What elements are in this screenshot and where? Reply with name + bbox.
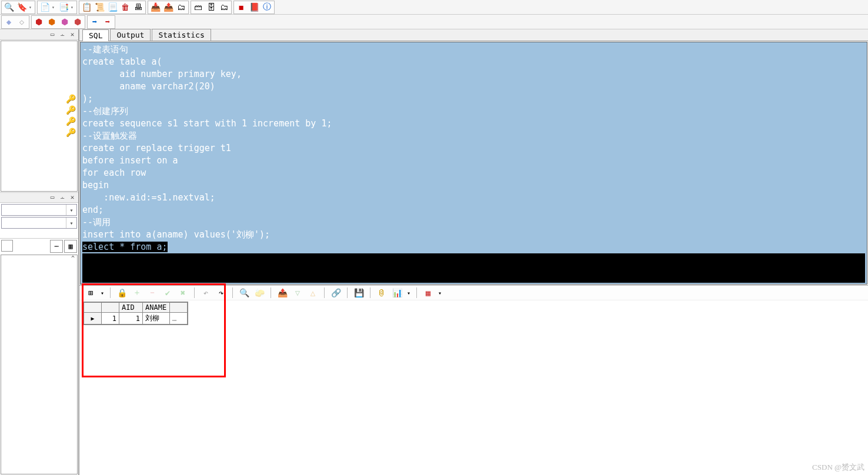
chart-icon[interactable]: 📊 bbox=[390, 287, 403, 299]
link-icon[interactable]: 🔗 bbox=[329, 287, 342, 299]
tab-output[interactable]: Output bbox=[110, 29, 151, 41]
save-icon[interactable]: 💾 bbox=[352, 287, 365, 299]
sql-last-selected: select * from a; bbox=[82, 242, 168, 252]
toolbar-group-2b: ⬢ ⬢ ⬢ ⬢ bbox=[31, 15, 85, 29]
undo-icon[interactable]: ↶ bbox=[199, 287, 212, 299]
key-icon[interactable]: 🔑 bbox=[66, 116, 76, 126]
compare-icon[interactable]: 🗂 bbox=[175, 2, 187, 13]
grid-button[interactable]: ▦ bbox=[64, 240, 77, 253]
pink-cube-icon[interactable]: ⬢ bbox=[59, 16, 71, 28]
redo-icon[interactable]: ↷ bbox=[215, 287, 228, 299]
bookmark-icon[interactable]: 🔖 bbox=[16, 2, 28, 13]
row-selector-header[interactable] bbox=[84, 303, 102, 313]
dropdown-icon[interactable]: ▾ bbox=[406, 287, 412, 299]
sql-editor[interactable]: --建表语句 create table a( aid number primar… bbox=[81, 42, 867, 284]
import-icon[interactable]: 📥 bbox=[149, 2, 161, 13]
dropdown-icon[interactable]: ▾ bbox=[71, 5, 75, 10]
red-cube-icon[interactable]: ⬢ bbox=[33, 16, 45, 28]
layout-icon[interactable]: ▦ bbox=[422, 287, 435, 299]
row-pointer-icon: ▶ bbox=[84, 313, 102, 325]
pdf-icon[interactable]: 📕 bbox=[248, 2, 260, 13]
dropdown-icon[interactable]: ▾ bbox=[99, 287, 105, 299]
export-icon[interactable]: 📤 bbox=[162, 2, 174, 13]
grid-header-row: AID ANAME bbox=[84, 303, 188, 313]
object-tree[interactable]: 🔑 🔑 🔑 🔑 bbox=[1, 41, 78, 192]
toolbar-row-2: ◆ ◇ ⬢ ⬢ ⬢ ⬢ ➡ ➡ bbox=[0, 15, 868, 29]
find-icon[interactable]: 🔍 bbox=[238, 287, 251, 299]
ellipsis-button[interactable]: ⋯ bbox=[50, 240, 63, 253]
col-aname-header[interactable]: ANAME bbox=[143, 303, 170, 313]
left-sidebar: ▭ ⫠ ✕ 🔑 🔑 🔑 🔑 ▭ ⫠ ✕ ▾ ▾ bbox=[0, 29, 79, 475]
minimize-icon[interactable]: ▭ bbox=[48, 31, 56, 39]
checkbox[interactable] bbox=[1, 240, 13, 252]
delete-row-icon[interactable]: － bbox=[146, 287, 159, 299]
col-extra-header[interactable] bbox=[170, 303, 188, 313]
toolbar-group-1d: 📥 📤 🗂 bbox=[148, 1, 189, 14]
toolbar-group-2c: ➡ ➡ bbox=[87, 15, 115, 29]
outdent-icon[interactable]: 📃 bbox=[106, 2, 118, 13]
arrow-red-icon[interactable]: ➡ bbox=[102, 16, 113, 28]
db-icon[interactable]: 🛢 bbox=[375, 287, 388, 299]
script-icon[interactable]: 📋 bbox=[81, 2, 92, 13]
editor-tabs: SQL Output Statistics bbox=[79, 29, 868, 41]
combo-2[interactable]: ▾ bbox=[1, 217, 77, 229]
dropdown-icon[interactable]: ▾ bbox=[437, 287, 443, 299]
collapse-icon[interactable]: ^ bbox=[69, 255, 77, 263]
tab-sql[interactable]: SQL bbox=[82, 29, 109, 41]
grid-mode-icon[interactable]: ⊞ bbox=[84, 287, 97, 299]
print-icon[interactable]: 🖶 bbox=[132, 2, 144, 13]
down-icon[interactable]: ▽ bbox=[291, 287, 304, 299]
commit-icon[interactable]: ✔ bbox=[161, 287, 174, 299]
pin-icon[interactable]: ⫠ bbox=[58, 193, 66, 202]
aname-cell[interactable]: 刘柳 bbox=[143, 313, 170, 325]
delete-icon[interactable]: 🗑 bbox=[119, 2, 131, 13]
result-grid[interactable]: AID ANAME ▶ 1 1 刘柳 … bbox=[83, 302, 188, 325]
find-icon[interactable]: 🔍 bbox=[3, 2, 15, 13]
arrow-blue-icon[interactable]: ➡ bbox=[89, 16, 101, 28]
combo-1[interactable]: ▾ bbox=[1, 204, 77, 216]
orange-cube-icon[interactable]: ⬢ bbox=[46, 16, 58, 28]
tile-icon[interactable]: 🗄 bbox=[205, 2, 217, 13]
toolbar-group-1e: 🗃 🗄 🗂 bbox=[191, 1, 232, 14]
sidebar-list[interactable]: ^ bbox=[1, 255, 78, 475]
key-icon[interactable]: 🔑 bbox=[66, 128, 76, 137]
open-doc-icon[interactable]: 📑 bbox=[58, 2, 69, 13]
key-icon[interactable]: 🔑 bbox=[66, 105, 76, 115]
rownum-header[interactable] bbox=[102, 303, 119, 313]
info-icon[interactable]: ⓘ bbox=[261, 2, 273, 13]
key-check-icon[interactable]: 🔑 bbox=[66, 94, 76, 103]
table-row[interactable]: ▶ 1 1 刘柳 … bbox=[84, 313, 188, 325]
add-row-icon[interactable]: ＋ bbox=[131, 287, 143, 299]
rownum-cell: 1 bbox=[102, 313, 119, 325]
diamond-outline-icon[interactable]: ◇ bbox=[16, 16, 28, 28]
toolbar-group-2a: ◆ ◇ bbox=[1, 15, 29, 29]
result-toolbar: ⊞ ▾ 🔒 ＋ － ✔ ✖ ↶ ↷ 🔍 🧽 📤 ▽ △ 🔗 bbox=[79, 285, 868, 300]
minimize-icon[interactable]: ▭ bbox=[48, 193, 56, 202]
dropdown-icon[interactable]: ▾ bbox=[29, 5, 34, 10]
close-icon[interactable]: ✕ bbox=[68, 193, 76, 202]
indent-icon[interactable]: 📜 bbox=[94, 2, 105, 13]
more-cell[interactable]: … bbox=[170, 313, 188, 325]
oracle-icon[interactable]: ◼ bbox=[235, 2, 247, 13]
chevron-down-icon[interactable]: ▾ bbox=[66, 205, 76, 215]
rollback-icon[interactable]: ✖ bbox=[176, 287, 189, 299]
pin-icon[interactable]: ⫠ bbox=[58, 31, 66, 39]
eraser-icon[interactable]: 🧽 bbox=[253, 287, 266, 299]
window-icon[interactable]: 🗃 bbox=[192, 2, 204, 13]
new-doc-icon[interactable]: 📄 bbox=[39, 2, 51, 13]
green-cube-icon[interactable]: ⬢ bbox=[72, 16, 84, 28]
sidebar-bottom-buttons: ⋯ ▦ bbox=[0, 238, 78, 254]
cascade-icon[interactable]: 🗂 bbox=[218, 2, 230, 13]
aid-cell[interactable]: 1 bbox=[119, 313, 143, 325]
export-icon[interactable]: 📤 bbox=[276, 287, 289, 299]
diamond-fill-icon[interactable]: ◆ bbox=[3, 16, 15, 28]
close-icon[interactable]: ✕ bbox=[68, 31, 76, 39]
up-icon[interactable]: △ bbox=[306, 287, 319, 299]
toolbar-group-1a: 🔍 🔖 ▾ bbox=[1, 1, 35, 14]
chevron-down-icon[interactable]: ▾ bbox=[66, 218, 76, 228]
dropdown-icon[interactable]: ▾ bbox=[52, 5, 56, 10]
sidebar-header: ▭ ⫠ ✕ bbox=[0, 29, 78, 40]
tab-statistics[interactable]: Statistics bbox=[152, 29, 211, 41]
col-aid-header[interactable]: AID bbox=[119, 303, 143, 313]
lock-icon[interactable]: 🔒 bbox=[115, 287, 128, 299]
